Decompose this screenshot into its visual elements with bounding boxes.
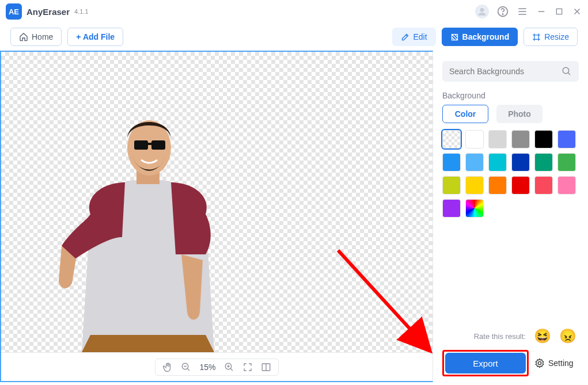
app-name: AnyEraser bbox=[26, 7, 70, 17]
title-bar: AE AnyEraser 4.1.1 bbox=[0, 0, 588, 23]
export-highlight: Export bbox=[442, 350, 529, 376]
color-swatch[interactable] bbox=[534, 176, 553, 195]
add-file-label: + Add File bbox=[76, 32, 115, 41]
compare-split-icon[interactable] bbox=[261, 362, 271, 372]
subject-image bbox=[56, 105, 240, 352]
search-backgrounds[interactable] bbox=[442, 61, 579, 82]
setting-label: Setting bbox=[548, 359, 574, 368]
tab-photo[interactable]: Photo bbox=[496, 105, 543, 123]
fullscreen-icon[interactable] bbox=[242, 362, 253, 372]
rating-label: Rate this result: bbox=[474, 332, 526, 341]
background-label: Background bbox=[462, 32, 510, 41]
bg-tabs: Color Photo bbox=[442, 105, 579, 123]
color-swatch[interactable] bbox=[442, 130, 461, 148]
color-swatch[interactable] bbox=[511, 130, 530, 148]
color-swatch[interactable] bbox=[488, 153, 507, 171]
svg-point-0 bbox=[480, 8, 484, 12]
color-swatch[interactable] bbox=[465, 153, 484, 171]
color-swatch[interactable] bbox=[488, 130, 507, 148]
zoom-out-icon[interactable] bbox=[181, 362, 191, 372]
app-version: 4.1.1 bbox=[74, 8, 88, 15]
menu-icon[interactable] bbox=[517, 6, 528, 17]
svg-point-12 bbox=[563, 67, 569, 74]
zoom-level: 15% bbox=[199, 363, 215, 372]
zoom-in-icon[interactable] bbox=[224, 362, 234, 372]
help-icon[interactable] bbox=[497, 6, 509, 17]
color-swatch[interactable] bbox=[557, 153, 576, 171]
canvas-toolbar: 15% bbox=[1, 352, 433, 381]
color-swatch[interactable] bbox=[465, 199, 484, 218]
resize-button[interactable]: Resize bbox=[523, 28, 578, 46]
color-swatch[interactable] bbox=[557, 130, 576, 148]
resize-label: Resize bbox=[544, 32, 569, 41]
color-swatch[interactable] bbox=[465, 130, 484, 148]
svg-point-2 bbox=[502, 14, 503, 14]
svg-rect-8 bbox=[147, 143, 152, 145]
rate-good-emoji[interactable]: 😆 bbox=[534, 329, 551, 343]
svg-point-13 bbox=[538, 361, 541, 364]
rating-row: Rate this result: 😆 😠 bbox=[442, 329, 579, 343]
home-button[interactable]: Home bbox=[10, 28, 62, 46]
maximize-icon[interactable] bbox=[555, 7, 564, 16]
top-toolbar: Home + Add File Edit Background Resize bbox=[0, 23, 588, 51]
add-file-button[interactable]: + Add File bbox=[67, 28, 123, 46]
gear-icon bbox=[534, 358, 545, 368]
color-swatch[interactable] bbox=[465, 176, 484, 195]
minimize-icon[interactable] bbox=[536, 6, 547, 17]
svg-rect-6 bbox=[134, 140, 148, 150]
search-input[interactable] bbox=[449, 67, 562, 76]
color-swatch[interactable] bbox=[488, 176, 507, 195]
canvas[interactable] bbox=[1, 52, 433, 352]
search-icon bbox=[562, 66, 572, 77]
color-swatch[interactable] bbox=[442, 199, 461, 218]
edit-button[interactable]: Edit bbox=[392, 28, 435, 46]
export-button[interactable]: Export bbox=[445, 353, 526, 373]
color-swatch[interactable] bbox=[442, 176, 461, 195]
setting-button[interactable]: Setting bbox=[534, 358, 574, 368]
color-swatches bbox=[442, 130, 579, 218]
background-section-label: Background bbox=[442, 91, 579, 100]
color-swatch[interactable] bbox=[442, 153, 461, 171]
background-button[interactable]: Background bbox=[442, 28, 518, 46]
svg-rect-7 bbox=[151, 140, 165, 150]
svg-rect-3 bbox=[556, 9, 562, 14]
pan-hand-icon[interactable] bbox=[162, 362, 173, 372]
color-swatch[interactable] bbox=[557, 176, 576, 195]
color-swatch[interactable] bbox=[534, 153, 553, 171]
color-swatch[interactable] bbox=[534, 130, 553, 148]
home-label: Home bbox=[32, 32, 53, 41]
edit-label: Edit bbox=[413, 32, 427, 41]
close-icon[interactable] bbox=[572, 6, 582, 17]
color-swatch[interactable] bbox=[511, 176, 530, 195]
rate-bad-emoji[interactable]: 😠 bbox=[559, 329, 576, 343]
account-icon[interactable] bbox=[475, 5, 489, 18]
tab-color[interactable]: Color bbox=[442, 105, 488, 123]
color-swatch[interactable] bbox=[511, 153, 530, 171]
app-logo: AE bbox=[6, 3, 22, 20]
canvas-area: 15% bbox=[0, 51, 433, 382]
side-panel: Background Color Photo Rate this result:… bbox=[433, 51, 588, 382]
